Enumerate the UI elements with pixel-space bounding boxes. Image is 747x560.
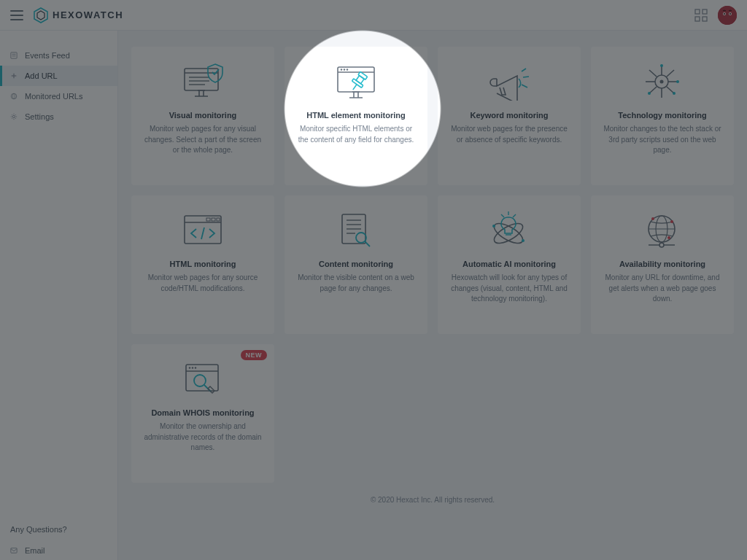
questions-heading: Any Questions? xyxy=(0,525,117,541)
svg-rect-3 xyxy=(703,9,707,14)
card-title: Content monitoring xyxy=(319,260,393,268)
sidebar-item-label: Add URL xyxy=(25,71,58,80)
card-availability-monitoring[interactable]: Availability monitoringMonitor any URL f… xyxy=(591,195,734,334)
card-desc: Monitor the ownership and administrative… xyxy=(142,421,264,454)
card-title: HTML element monitoring xyxy=(306,111,405,120)
svg-rect-5 xyxy=(703,17,707,21)
card-desc: Hexowatch will look for any types of cha… xyxy=(448,273,570,305)
card-desc: Monitor web pages for the presence or ab… xyxy=(448,124,570,145)
globe-net-icon xyxy=(639,210,686,251)
card-content-monitoring[interactable]: Content monitoringMonitor the visible co… xyxy=(285,195,427,334)
brand-name: HEXOWATCH xyxy=(53,9,123,20)
sidebar-item-add-url[interactable]: Add URL xyxy=(0,66,117,86)
sidebar-item-label: Settings xyxy=(25,112,54,121)
card-technology-monitoring[interactable]: Technology monitoringMonitor changes to … xyxy=(591,47,734,185)
card-desc: Monitor changes to the tech stack or 3rd… xyxy=(601,124,724,156)
sidebar-item-label: Monitored URLs xyxy=(25,92,82,101)
card-keyword-monitoring[interactable]: Keyword monitoringMonitor web pages for … xyxy=(438,47,581,185)
svg-point-10 xyxy=(729,13,731,15)
avatar[interactable] xyxy=(718,6,737,25)
brand-logo[interactable]: HEXOWATCH xyxy=(34,7,123,23)
card-html-monitoring[interactable]: HTML monitoringMonitor web pages for any… xyxy=(131,195,274,334)
card-html-element-monitoring[interactable]: HTML element monitoringMonitor specific … xyxy=(285,47,427,185)
hex-logo-icon xyxy=(34,7,48,23)
menu-icon[interactable] xyxy=(10,10,23,20)
monitor-pin-icon xyxy=(333,61,379,102)
tech-node-icon xyxy=(639,61,686,102)
mail-icon xyxy=(10,547,18,554)
svg-rect-19 xyxy=(11,548,17,553)
card-desc: Monitor the visible content on a web pag… xyxy=(295,273,417,294)
sidebar-item-settings[interactable]: Settings xyxy=(0,106,117,127)
sidebar-email[interactable]: Email xyxy=(0,541,117,560)
svg-point-17 xyxy=(13,93,15,99)
svg-rect-2 xyxy=(695,9,700,14)
svg-marker-1 xyxy=(37,11,44,20)
main-content: Visual monitoringMonitor web pages for a… xyxy=(118,31,747,560)
card-visual-monitoring[interactable]: Visual monitoringMonitor web pages for a… xyxy=(131,47,274,185)
code-window-icon xyxy=(179,210,226,251)
card-desc: Monitor web pages for any visual changes… xyxy=(142,124,264,156)
svg-marker-0 xyxy=(34,8,47,23)
svg-point-18 xyxy=(12,115,15,117)
card-title: Automatic AI monitoring xyxy=(462,260,556,268)
nav-icon xyxy=(10,72,18,79)
app-header: HEXOWATCH xyxy=(0,0,747,31)
sidebar-item-label: Events Feed xyxy=(25,51,70,60)
apps-grid-icon[interactable] xyxy=(694,9,708,22)
card-automatic-ai-monitoring[interactable]: Automatic AI monitoringHexowatch will lo… xyxy=(438,195,581,334)
nav-icon xyxy=(10,93,18,100)
card-desc: Monitor web pages for any source code/HT… xyxy=(142,273,264,294)
footer-copyright: © 2020 Hexact Inc. All rights reserved. xyxy=(131,483,734,508)
browser-search-icon xyxy=(179,359,226,400)
megaphone-icon xyxy=(486,61,533,102)
card-title: Visual monitoring xyxy=(169,111,237,120)
card-desc: Monitor specific HTML elements or the co… xyxy=(295,124,417,145)
doc-search-icon xyxy=(333,210,379,251)
new-badge: NEW xyxy=(241,350,268,360)
card-title: Availability monitoring xyxy=(619,260,705,268)
card-domain-whois-monitoring[interactable]: NEWDomain WHOIS monitoringMonitor the ow… xyxy=(131,344,274,483)
svg-point-9 xyxy=(724,13,725,15)
sidebar-email-label: Email xyxy=(25,546,45,555)
card-title: Domain WHOIS monitoring xyxy=(151,408,254,417)
sidebar-item-events-feed[interactable]: Events Feed xyxy=(0,45,117,66)
card-title: Keyword monitoring xyxy=(471,111,549,120)
card-title: Technology monitoring xyxy=(618,111,706,120)
svg-rect-11 xyxy=(11,52,17,58)
nav-icon xyxy=(10,52,18,59)
card-title: HTML monitoring xyxy=(170,260,236,268)
svg-rect-4 xyxy=(695,17,700,21)
sidebar: Events FeedAdd URLMonitored URLsSettings… xyxy=(0,31,118,560)
card-desc: Monitor any URL for downtime, and get al… xyxy=(601,273,724,305)
svg-point-16 xyxy=(11,93,17,99)
monitor-shield-icon xyxy=(179,61,226,102)
nav-icon xyxy=(10,113,18,120)
sidebar-item-monitored-urls[interactable]: Monitored URLs xyxy=(0,86,117,106)
svg-point-6 xyxy=(718,6,737,25)
atom-bulb-icon xyxy=(486,210,533,251)
